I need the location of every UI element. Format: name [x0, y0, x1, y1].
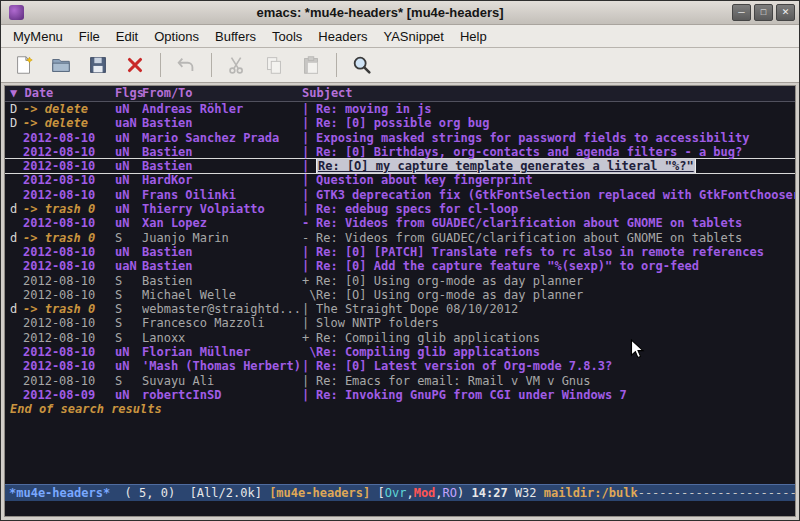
thread-separator: | [302, 173, 316, 187]
col-date: 2012-08-10 [23, 359, 115, 373]
search-button[interactable] [347, 51, 377, 79]
mark-char [10, 388, 23, 402]
message-row[interactable]: 2012-08-10 uaN Bastien | Re: [0] Add the… [5, 259, 795, 273]
message-row[interactable]: 2012-08-10 S Michael Welle \ Re: [O] Usi… [5, 288, 795, 302]
message-row[interactable]: 2012-08-10 S Francesco Mazzoli | Slow NN… [5, 316, 795, 330]
mouse-cursor [630, 339, 645, 360]
col-date: 2012-08-10 [23, 259, 115, 273]
message-row[interactable]: 2012-08-10 S Bastien + Re: [0] Using org… [5, 274, 795, 288]
col-date: 2012-08-10 [23, 145, 115, 159]
col-flags: uaN [115, 259, 142, 273]
menu-tools[interactable]: Tools [264, 27, 310, 46]
mark-char [10, 216, 23, 230]
col-date: -> trash 0 [23, 302, 115, 316]
col-date: 2012-08-10 [23, 374, 115, 388]
column-from[interactable]: From/To [142, 86, 302, 101]
close-buffer-button[interactable] [120, 51, 150, 79]
thread-separator: \ [302, 345, 316, 359]
col-subject: Re: edebug specs for cl-loop [316, 202, 795, 216]
thread-separator: | [302, 188, 316, 202]
col-date: -> trash 0 [23, 202, 115, 216]
message-list: D -> delete uN Andreas Röhler | Re: movi… [5, 102, 795, 402]
subject-text: GTK3 deprecation fix (GtkFontSelection r… [316, 188, 795, 202]
subject-text: Re: [0] [PATCH] Translate refs to rc als… [316, 245, 764, 259]
menu-yasnippet[interactable]: YASnippet [375, 27, 451, 46]
window-title: emacs: *mu4e-headers* [mu4e-headers] [28, 5, 732, 20]
undo-button[interactable] [171, 51, 201, 79]
mark-char: d [10, 202, 23, 216]
menu-headers[interactable]: Headers [310, 27, 375, 46]
menu-options[interactable]: Options [146, 27, 207, 46]
modeline-segment: , [435, 486, 442, 500]
subject-text: Re: Videos from GUADEC/clarification abo… [316, 231, 742, 245]
message-row[interactable]: 2012-08-10 uN Mario Sanchez Prada | Expo… [5, 131, 795, 145]
save-button[interactable] [83, 51, 113, 79]
new-file-button[interactable] [9, 51, 39, 79]
cut-button[interactable] [222, 51, 252, 79]
message-row[interactable]: 2012-08-10 uN Bastien | Re: [0] [PATCH] … [5, 245, 795, 259]
thread-separator: | [302, 302, 316, 316]
minimize-button[interactable]: ─ [732, 4, 751, 21]
col-flags: uN [115, 173, 142, 187]
search-icon [351, 54, 373, 76]
message-row[interactable]: 2012-08-10 S Suvayu Ali | Re: Emacs for … [5, 374, 795, 388]
modeline-segment: W32 [515, 486, 544, 500]
message-row[interactable]: 2012-08-10 uN Xan Lopez - Re: Videos fro… [5, 216, 795, 230]
subject-text: Re: Invoking GnuPG from CGI under Window… [316, 388, 627, 402]
menu-mymenu[interactable]: MyMenu [5, 27, 71, 46]
col-subject: Re: moving in js [316, 102, 795, 116]
message-row[interactable]: d -> trash 0 S webmaster@straightd... | … [5, 302, 795, 316]
message-row[interactable]: 2012-08-09 uN robertcInSD | Re: Invoking… [5, 388, 795, 402]
col-subject: Exposing masked strings for password fie… [316, 131, 795, 145]
subject-text: The Straight Dope 08/10/2012 [316, 302, 518, 316]
message-row[interactable]: 2012-08-10 S Lanoxx + Re: Compiling glib… [5, 331, 795, 345]
menu-help[interactable]: Help [452, 27, 495, 46]
col-from: Bastien [142, 145, 302, 159]
modeline-segment: ( 5, 0) [110, 486, 189, 500]
modeline-segment: ) [457, 486, 471, 500]
col-date: 2012-08-10 [23, 245, 115, 259]
open-folder-icon [50, 54, 72, 76]
message-row[interactable]: d -> trash 0 uN Thierry Volpiatto | Re: … [5, 202, 795, 216]
menu-edit[interactable]: Edit [108, 27, 146, 46]
close-buffer-icon [124, 54, 146, 76]
message-row[interactable]: 2012-08-10 uN Bastien | Re: [O] my captu… [5, 159, 795, 173]
column-date[interactable]: ▼ Date [10, 86, 115, 101]
maximize-button[interactable]: □ [754, 4, 773, 21]
message-row[interactable]: 2012-08-10 uN 'Mash (Thomas Herbert) | R… [5, 359, 795, 373]
echo-area[interactable] [5, 501, 795, 516]
column-subject[interactable]: Subject [302, 86, 795, 101]
subject-text: Re: [0] Birthdays, org-contacts and agen… [316, 145, 742, 159]
col-subject: Re: Emacs for email: Rmail v VM v Gnus [316, 374, 795, 388]
thread-separator: | [302, 388, 316, 402]
col-flags: uN [115, 245, 142, 259]
thread-separator: | [302, 259, 316, 273]
col-from: Bastien [142, 259, 302, 273]
copy-button[interactable] [259, 51, 289, 79]
open-folder-button[interactable] [46, 51, 76, 79]
mode-line: *mu4e-headers* ( 5, 0) [All/2.0k] [mu4e-… [5, 484, 795, 501]
menu-file[interactable]: File [71, 27, 108, 46]
message-row[interactable]: 2012-08-10 uN Florian Müllner \ Re: Comp… [5, 345, 795, 359]
close-button[interactable]: ✕ [776, 4, 795, 21]
menu-buffers[interactable]: Buffers [207, 27, 264, 46]
cut-icon [226, 54, 248, 76]
col-date: 2012-08-10 [23, 288, 115, 302]
thread-separator: | [302, 102, 316, 116]
mark-char: d [10, 231, 23, 245]
message-row[interactable]: 2012-08-10 uN Frans Oilinki | GTK3 depre… [5, 188, 795, 202]
message-row[interactable]: 2012-08-10 uN HardKor | Question about k… [5, 173, 795, 187]
col-date: 2012-08-10 [23, 345, 115, 359]
col-from: Francesco Mazzoli [142, 316, 302, 330]
paste-button[interactable] [296, 51, 326, 79]
column-flags[interactable]: Flgs [115, 86, 142, 101]
col-subject: Re: Videos from GUADEC/clarification abo… [316, 231, 795, 245]
message-row[interactable]: 2012-08-10 uN Bastien | Re: [0] Birthday… [5, 145, 795, 159]
message-row[interactable]: D -> delete uaN Bastien | Re: [0] possib… [5, 116, 795, 130]
col-from: Michael Welle [142, 288, 302, 302]
message-row[interactable]: D -> delete uN Andreas Röhler | Re: movi… [5, 102, 795, 116]
col-subject: Re: [0] Latest version of Org-mode 7.8.3… [316, 359, 795, 373]
message-row[interactable]: d -> trash 0 S Juanjo Marin - Re: Videos… [5, 231, 795, 245]
titlebar[interactable]: emacs: *mu4e-headers* [mu4e-headers] ─ □… [1, 1, 799, 25]
col-subject: Re: [0] [PATCH] Translate refs to rc als… [316, 245, 795, 259]
